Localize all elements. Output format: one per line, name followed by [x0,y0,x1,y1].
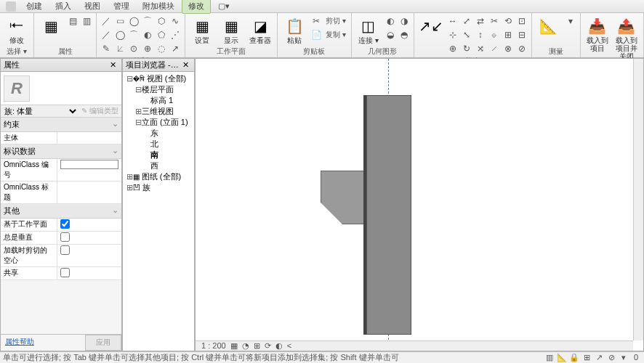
ribbon-small-button[interactable]: ⬠ [155,28,168,41]
status-icon[interactable]: ⊘ [606,353,616,362]
ribbon-small-button[interactable]: ⤢ [460,15,473,28]
ribbon-small-button[interactable]: ↻ [460,42,473,55]
vc-sun-icon[interactable]: ⊞ [254,341,260,351]
ribbon-small-button[interactable]: ◌ [155,42,168,55]
tab-extra[interactable]: ▢▾ [212,0,236,12]
app-icon[interactable] [6,1,16,12]
ribbon-small-button[interactable]: ⊹ [446,28,459,41]
ribbon-small-button[interactable]: 复制 ▾ [323,28,348,41]
ribbon-small-button[interactable]: ⟲ [502,15,515,28]
ribbon-small-button[interactable]: ⌒ [141,15,154,28]
ribbon-small-button[interactable]: ∿ [169,15,182,28]
ribbon-small-button[interactable]: ▤ [66,15,79,28]
tab-modify[interactable]: 修改 [182,0,211,14]
edit-type-button[interactable]: ✎ 编辑类型 [79,105,121,117]
prop-section-header[interactable]: 标识数据⌄ [1,144,121,159]
vc-more-icon[interactable]: < [287,341,291,351]
ribbon-small-button[interactable]: ▥ [80,15,93,28]
tree-elev-east[interactable]: 东 [143,128,193,139]
ribbon-button[interactable]: 📥载入到项目 [584,15,611,54]
ribbon-small-button[interactable]: ／ [100,15,113,28]
ribbon-small-button[interactable]: ⬡ [155,15,168,28]
ribbon-button[interactable]: 📤载入到项目并关闭 [613,15,640,62]
prop-input[interactable] [60,160,118,169]
ribbon-small-button[interactable]: ↔ [446,15,459,28]
ribbon-small-button[interactable]: ⊕ [446,42,459,55]
ribbon-small-button[interactable]: 📄 [310,28,323,41]
type-selector[interactable]: 族: 体量 [1,105,79,117]
ribbon-button[interactable]: ▦设置 [188,15,216,46]
prop-checkbox[interactable] [60,268,70,277]
prop-value[interactable] [57,267,121,280]
ribbon-button[interactable]: ▦ [37,15,65,38]
status-icon[interactable]: ▾ [619,353,629,362]
prop-checkbox[interactable] [60,219,70,229]
ribbon-small-button[interactable]: ✂ [310,15,323,28]
tree-sheets[interactable]: ⊞▦ 图纸 (全部) [126,171,193,182]
ribbon-small-button[interactable]: 剪切 ▾ [323,15,348,28]
status-icon[interactable]: 📐 [557,353,567,362]
ribbon-small-button[interactable]: ⟀ [113,42,126,55]
prop-value[interactable] [57,219,121,231]
vc-crop-icon[interactable]: ◐ [275,341,283,351]
ribbon-button[interactable]: ◫连接 ▾ [355,15,382,46]
tab-create[interactable]: 创建 [20,0,48,13]
prop-section-header[interactable]: 其他⌄ [1,204,121,219]
ribbon-small-button[interactable]: ◐ [384,15,397,28]
vc-shadow-icon[interactable]: ⟳ [265,341,271,351]
tree-elev-west[interactable]: 西 [143,160,193,171]
prop-value[interactable] [57,159,121,181]
ribbon-small-button[interactable]: ↕ [474,28,487,41]
prop-value[interactable] [57,232,121,244]
tab-view[interactable]: 视图 [79,0,106,13]
ribbon-small-button[interactable]: ◒ [384,28,397,41]
ribbon-small-button[interactable]: ／ [100,28,113,41]
tree-floorplans[interactable]: ⊟楼层平面 标高 1 [134,84,193,106]
apply-button[interactable]: 应用 [85,335,121,351]
ribbon-small-button[interactable]: ◯ [127,15,140,28]
ribbon-small-button[interactable]: ⊞ [502,28,515,41]
ribbon-small-button[interactable]: ◐ [141,28,154,41]
ribbon-small-button[interactable]: ⟐ [488,28,501,41]
vc-detail-icon[interactable]: ▦ [230,341,238,351]
prop-value[interactable] [57,182,121,203]
ribbon-small-button[interactable]: ✂ [488,15,501,28]
close-icon[interactable]: ✕ [180,60,191,70]
ribbon-small-button[interactable]: ▾ [564,15,577,28]
tab-insert[interactable]: 插入 [49,0,77,13]
ribbon-small-button[interactable]: ⤡ [460,28,473,41]
tree-families[interactable]: ⊞凹 族 [126,182,193,193]
status-icon[interactable]: 🔒 [569,353,579,362]
vc-style-icon[interactable]: ◔ [242,341,249,351]
ribbon-button[interactable]: ▦显示 [217,15,245,46]
tree-elev-north[interactable]: 北 [143,139,193,150]
ribbon-small-button[interactable]: ⊡ [515,15,528,28]
ribbon-small-button[interactable]: ▭ [113,15,126,28]
ribbon-small-button[interactable]: ⊕ [141,42,154,55]
prop-section-header[interactable]: 约束⌄ [1,118,121,132]
ribbon-small-button[interactable]: ⊟ [515,28,528,41]
ribbon-small-button[interactable]: ✎ [100,42,113,55]
ribbon-small-button[interactable]: ↗ [169,42,182,55]
tree-elevations[interactable]: ⊟立面 (立面 1) 东 北 南 西 [134,117,193,171]
ribbon-button[interactable]: 📐 [535,15,563,38]
ribbon-button[interactable]: 📋粘贴 [281,15,308,46]
ribbon-small-button[interactable]: ⊙ [127,42,140,55]
status-icon[interactable]: ↗ [594,353,604,362]
tree-3dviews[interactable]: ⊞三维视图 [134,106,193,117]
status-icon[interactable]: ⊞ [581,353,592,362]
ribbon-small-button[interactable]: ⤨ [474,42,487,55]
view-scale[interactable]: 1 : 200 [201,341,226,351]
prop-checkbox[interactable] [60,245,70,255]
ribbon-small-button[interactable]: ⊗ [502,42,515,55]
ribbon-small-button[interactable]: ⟋ [488,42,501,55]
tree-views-root[interactable]: ⊟�षि 视图 (全部) ⊟楼层平面 标高 1 ⊞三维视图 ⊟立面 (立面 1)… [126,73,193,171]
tab-manage[interactable]: 管理 [108,0,135,13]
ribbon-small-button[interactable]: ⋰ [169,28,182,41]
drawing-canvas[interactable]: 1 : 200 ▦ ◔ ⊞ ⟳ ◐ < [195,58,644,351]
vertical-scrollbar[interactable] [633,59,643,340]
tree-elev-south[interactable]: 南 [143,150,193,160]
prop-checkbox[interactable] [60,232,70,242]
ribbon-small-button[interactable]: ⇄ [474,15,487,28]
ribbon-small-button[interactable]: ◑ [398,15,411,28]
